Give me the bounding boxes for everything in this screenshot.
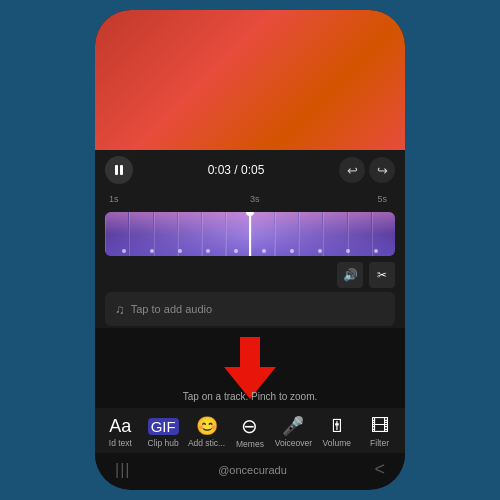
- voiceover-label: Voiceover: [275, 438, 312, 448]
- audio-note-icon: ♫: [115, 302, 125, 317]
- volume-icon: 🎚: [328, 417, 346, 435]
- ruler-label-3s: 3s: [250, 194, 260, 204]
- track-controls: 🔊 ✂: [95, 260, 405, 290]
- undo-redo-group: ↩ ↪: [339, 157, 395, 183]
- timeline-container: 1s 3s 5s: [95, 190, 405, 328]
- filter-label: Filter: [370, 438, 389, 448]
- transport-bar: 0:03 / 0:05 ↩ ↪: [95, 150, 405, 190]
- tap-hint-text: Tap on a track. Pinch to zoom.: [95, 391, 405, 402]
- memes-icon: ⊖: [241, 416, 258, 436]
- video-preview: [95, 10, 405, 150]
- nav-handle: |||: [115, 461, 130, 479]
- clip-hub-icon: GIF: [148, 418, 179, 435]
- timeline-ruler: 1s 3s 5s: [95, 190, 405, 208]
- ruler-label-5s: 5s: [377, 194, 387, 204]
- audio-track-label: Tap to add audio: [131, 303, 212, 315]
- arrow-shaft: [240, 337, 260, 367]
- volume-label: Volume: [323, 438, 351, 448]
- filter-icon: 🎞: [371, 417, 389, 435]
- trim-track-icon[interactable]: ✂: [369, 262, 395, 288]
- tool-clip-hub[interactable]: GIF Clip hub: [145, 418, 181, 448]
- video-track[interactable]: [105, 212, 395, 256]
- nav-bar: ||| @oncecuradu <: [95, 453, 405, 486]
- volume-track-icon[interactable]: 🔊: [337, 262, 363, 288]
- redo-button[interactable]: ↪: [369, 157, 395, 183]
- phone-frame: 0:03 / 0:05 ↩ ↪ 1s 3s 5s: [95, 10, 405, 490]
- id-text-icon: Aa: [109, 417, 131, 435]
- nav-back-button[interactable]: <: [374, 459, 385, 480]
- pause-icon: [115, 165, 123, 175]
- tool-voiceover[interactable]: 🎤 Voiceover: [275, 417, 312, 448]
- ruler-label-1s: 1s: [109, 194, 119, 204]
- nav-username: @oncecuradu: [218, 464, 287, 476]
- play-pause-button[interactable]: [105, 156, 133, 184]
- arrow-hint-area: Tap on a track. Pinch to zoom.: [95, 328, 405, 408]
- tool-volume[interactable]: 🎚 Volume: [319, 417, 355, 448]
- tool-id-text[interactable]: Aa Id text: [102, 417, 138, 448]
- playhead: [249, 212, 251, 256]
- clip-hub-label: Clip hub: [148, 438, 179, 448]
- id-text-label: Id text: [109, 438, 132, 448]
- add-sticker-label: Add stic...: [188, 438, 225, 448]
- tool-filter[interactable]: 🎞 Filter: [362, 417, 398, 448]
- video-track-area[interactable]: [95, 208, 405, 260]
- bottom-toolbar: Aa Id text GIF Clip hub 😊 Add stic... ⊖ …: [95, 408, 405, 453]
- add-sticker-icon: 😊: [196, 417, 218, 435]
- time-display: 0:03 / 0:05: [141, 163, 331, 177]
- tool-add-sticker[interactable]: 😊 Add stic...: [188, 417, 225, 448]
- tool-memes[interactable]: ⊖ Memes: [232, 416, 268, 449]
- audio-track[interactable]: ♫ Tap to add audio: [105, 292, 395, 326]
- undo-button[interactable]: ↩: [339, 157, 365, 183]
- down-arrow: [224, 337, 276, 399]
- voiceover-icon: 🎤: [282, 417, 304, 435]
- memes-label: Memes: [236, 439, 264, 449]
